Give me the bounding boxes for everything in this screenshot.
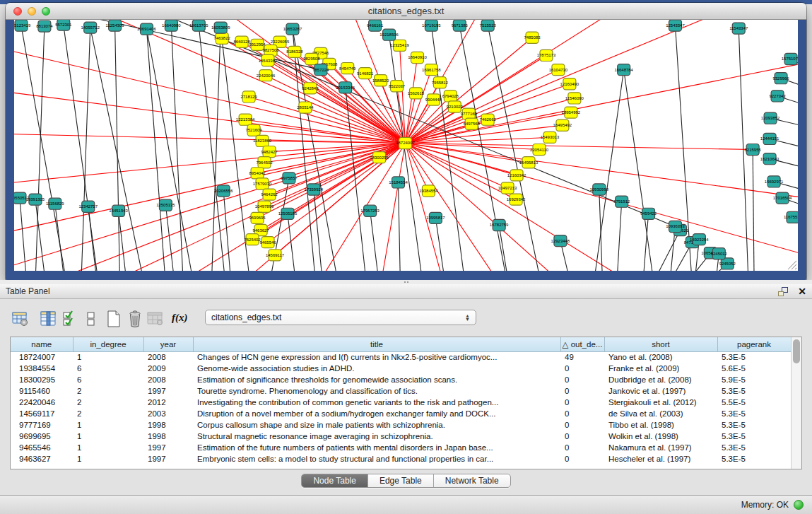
table-cell[interactable]: 49 [560,351,604,363]
table-cell[interactable]: 22420046 [11,397,73,408]
graph-node[interactable]: 9459422 [640,208,657,219]
graph-node[interactable]: 2718129 [240,91,257,103]
table-cell[interactable]: 2 [73,385,143,397]
table-cell[interactable]: 1998 [143,419,193,431]
graph-node[interactable]: 8454749 [339,63,356,74]
graph-node[interactable]: 9329966 [772,73,789,84]
table-cell[interactable]: Nakamura et al. (1997) [604,442,717,453]
column-header-1[interactable]: in_degree [73,337,143,351]
table-cell[interactable]: 9699695 [11,431,73,442]
delete-table-icon[interactable] [126,309,144,329]
table-cell[interactable]: 2012 [143,397,193,408]
table-cell[interactable]: 5.9E-5 [717,374,791,385]
table-cell[interactable]: 9115460 [11,385,73,397]
table-cell[interactable]: 1 [73,442,143,453]
graph-node[interactable]: 11675533 [784,211,798,223]
table-cell[interactable]: 5.3E-5 [717,419,791,431]
graph-node[interactable]: 7857224 [312,64,329,76]
table-cell[interactable]: de Silva et al. (2003) [604,408,717,419]
table-row[interactable]: 2242004622012Investigating the contribut… [11,397,791,408]
graph-node[interactable]: 9671385 [452,20,469,31]
graph-node[interactable]: 7625402 [244,234,261,245]
graph-node[interactable]: 8954042 [249,168,266,179]
graph-node[interactable]: 15451943 [109,205,128,216]
table-cell[interactable]: 5.5E-5 [717,397,791,408]
graph-node[interactable]: 17957253 [360,205,379,216]
graph-node[interactable]: 8215955 [745,144,762,155]
graph-node[interactable]: 15692971 [765,176,784,187]
table-cell[interactable]: Embryonic stem cells: a model to study s… [193,453,560,465]
table-cell[interactable]: 0 [560,397,604,408]
graph-node[interactable]: 20206556 [214,185,233,197]
table-cell[interactable]: 9777169 [11,419,73,431]
table-cell[interactable]: 5.3E-5 [717,351,791,363]
graph-node[interactable]: 12923448 [551,235,570,247]
table-cell[interactable]: 6 [73,374,143,385]
column-header-2[interactable]: year [143,337,193,351]
graph-node[interactable]: 9465546 [259,237,276,248]
table-cell[interactable]: 5.3E-5 [717,408,791,419]
float-panel-icon[interactable] [778,287,788,296]
graph-node[interactable]: 19218506 [379,29,399,40]
table-cell[interactable]: 0 [560,363,604,374]
graph-node[interactable]: 15123419 [14,20,31,31]
graph-node[interactable]: 9242843 [302,83,319,94]
graph-node[interactable]: 20691406 [137,23,156,35]
graph-node[interactable]: 16495813 [519,157,539,168]
graph-node[interactable]: 8522037 [389,81,406,92]
table-cell[interactable]: 5.3E-5 [717,385,791,397]
graph-node[interactable]: 14569117 [266,250,285,261]
graph-node[interactable]: 10719195 [422,20,441,31]
table-cell[interactable]: 2003 [143,408,193,419]
close-panel-icon[interactable]: ✕ [798,287,806,296]
table-cell[interactable]: 0 [560,442,604,453]
table-cell[interactable]: 0 [560,374,604,385]
splitter-handle-icon[interactable] [404,281,409,284]
table-row[interactable]: 946554611997Estimation of the future num… [11,442,791,453]
table-cell[interactable]: 5.6E-5 [717,363,791,374]
graph-node[interactable]: 11823860 [253,135,272,146]
graph-node[interactable]: 8660128 [234,36,251,47]
graph-node[interactable]: 1562615 [408,88,425,99]
graph-node[interactable]: 12160490 [560,78,579,90]
table-row[interactable]: 1830029562008Estimation of significance … [11,374,791,385]
graph-node[interactable]: 10497213 [498,182,517,194]
table-cell[interactable]: Tibbo et al. (1998) [604,419,717,431]
table-cell[interactable]: 18300295 [11,374,73,385]
close-window-button[interactable] [13,7,22,16]
table-cell[interactable]: 0 [560,431,604,442]
graph-node[interactable]: 13995817 [426,212,445,223]
table-row[interactable]: 1456911722003Disruption of a novel membe… [11,408,791,419]
graph-node[interactable]: 19613705 [189,20,208,31]
graph-node[interactable]: 9482427 [261,146,278,158]
graph-node[interactable]: 17016504 [773,192,792,204]
table-row[interactable]: 1938455462009Genome-wide association stu… [11,363,791,374]
table-cell[interactable]: 0 [560,453,604,465]
graph-node[interactable]: 7515523 [480,20,497,31]
table-cell[interactable]: Hescheler et al. (1997) [604,453,717,465]
graph-node[interactable]: 2803144 [297,102,314,113]
graph-node[interactable]: 22420046 [257,70,276,81]
graph-node[interactable]: 16923254 [690,234,709,245]
select-columns-icon[interactable] [61,309,79,329]
graph-node[interactable]: 16104730 [549,64,568,76]
graph-node[interactable]: 12444151 [760,133,779,144]
graph-node[interactable]: 6791912 [613,196,630,207]
graph-node[interactable]: 19384554 [419,185,438,197]
graph-node[interactable]: 7463822 [214,33,231,44]
graph-node[interactable]: 10653287 [283,23,302,35]
graph-node[interactable]: 12325419 [390,40,409,51]
graph-node[interactable]: 16782759 [490,219,509,230]
graph-node[interactable]: 9829508 [303,53,320,64]
table-cell[interactable]: 18724007 [11,351,73,363]
table-cell[interactable]: 1 [73,419,143,431]
table-cell[interactable]: 9465546 [11,442,73,453]
new-table-icon[interactable] [105,309,123,329]
table-cell[interactable]: Stergiakouli et al. (2012) [604,397,717,408]
graph-node[interactable]: 17579030 [253,178,272,189]
graph-node[interactable]: 12093852 [761,112,780,124]
table-cell[interactable]: 2008 [143,374,193,385]
graph-node[interactable]: 20153346 [336,82,355,93]
table-cell[interactable]: 1 [73,453,143,465]
column-header-4[interactable]: △ out_de... [560,337,604,351]
